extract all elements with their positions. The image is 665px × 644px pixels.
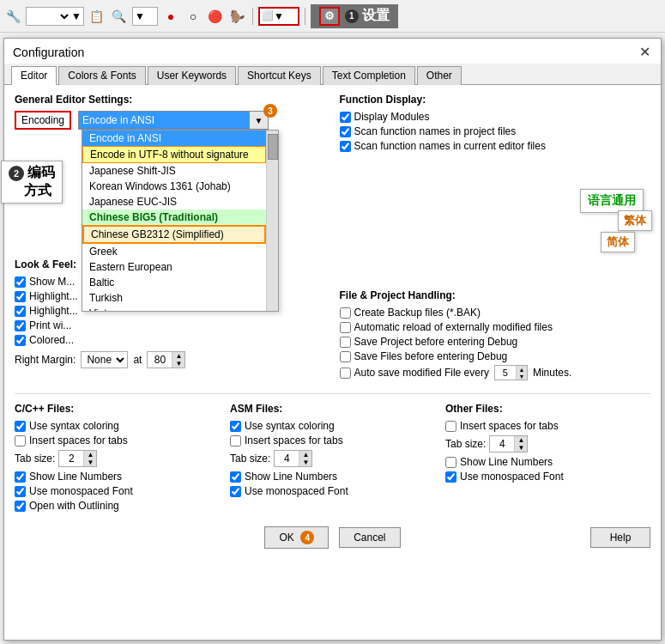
lf-cb-0[interactable] (15, 276, 26, 288)
dropdown-item-8[interactable]: Eastern European (82, 259, 266, 275)
encoding-dropdown[interactable]: Encode in ANSI Encode in UTF-8 without s… (82, 130, 279, 312)
asm-cb-2[interactable] (230, 471, 241, 483)
right-margin-value[interactable] (148, 352, 172, 368)
other-cb-2[interactable] (445, 471, 456, 483)
dropdown3[interactable]: ⬜ ▼ (258, 7, 299, 26)
callout-jianti-text: 简体 (607, 235, 629, 248)
dropdown-item-9[interactable]: Baltic (82, 275, 266, 290)
configuration-dialog: Configuration ✕ Editor Colors & Fonts Us… (3, 38, 662, 641)
right-margin-label: Right Margin: (15, 354, 76, 366)
fp-cb-1[interactable] (340, 322, 351, 333)
spinbox-down[interactable]: ▼ (172, 360, 184, 368)
auto-save-up[interactable]: ▲ (517, 366, 527, 373)
cpp-cb-0[interactable] (15, 421, 26, 432)
icon-search-red[interactable]: 🔍 (110, 7, 129, 26)
fp-cb-2[interactable] (340, 337, 351, 348)
cpp-tabsize-value[interactable] (59, 451, 83, 466)
cpp-cb-1[interactable] (15, 435, 26, 447)
lf-cb-2[interactable] (15, 306, 26, 317)
dropdown-list[interactable]: Encode in ANSI Encode in UTF-8 without s… (82, 131, 266, 311)
other-tabsize-spinbox[interactable]: ▲ ▼ (489, 435, 528, 453)
other-check-0: Insert spaces for tabs (445, 420, 650, 432)
cancel-button[interactable]: Cancel (339, 527, 400, 548)
auto-save-down[interactable]: ▼ (517, 373, 527, 380)
fd-cb-0[interactable] (340, 112, 351, 123)
file-project-section: File & Project Handling: Create Backup f… (340, 289, 651, 380)
tab-other[interactable]: Other (417, 66, 462, 85)
asm-check-3: Use monospaced Font (230, 485, 435, 497)
auto-save-spinbox[interactable]: ▲ ▼ (494, 365, 528, 380)
asm-tabsize-value[interactable] (275, 451, 299, 466)
tab-shortcut-keys[interactable]: Shortcut Keys (238, 66, 321, 85)
right-margin-select[interactable]: None (81, 351, 128, 368)
spinbox-up[interactable]: ▲ (172, 352, 184, 360)
tab-user-keywords[interactable]: User Keywords (148, 66, 236, 85)
ok-button[interactable]: OK 4 (264, 526, 329, 549)
asm-spinbox-up[interactable]: ▲ (299, 451, 311, 459)
cpp-cb-3[interactable] (15, 486, 26, 497)
dropdown-item-0[interactable]: Encode in ANSI (82, 131, 266, 146)
other-cb-0[interactable] (445, 421, 456, 432)
asm-cb-1[interactable] (230, 435, 241, 447)
dropdown-item-4[interactable]: Japanese EUC-JIS (82, 194, 266, 210)
lf-cb-1[interactable] (15, 291, 26, 302)
icon-circle[interactable]: ○ (184, 7, 203, 26)
dropdown-item-11[interactable]: Vietnamese (82, 306, 266, 311)
cpp-spinbox-down[interactable]: ▼ (84, 459, 96, 466)
fd-cb-2[interactable] (340, 141, 351, 152)
fd-label-0: Display Modules (354, 111, 430, 123)
dropdown-item-5[interactable]: Chinese BIG5 (Traditional) (82, 210, 266, 225)
icon-brown[interactable]: 🦫 (228, 7, 247, 26)
dropdown-scrollbar[interactable] (266, 131, 278, 311)
fp-cb-3[interactable] (340, 351, 351, 362)
right-margin-spinbox[interactable]: ▲ ▼ (147, 351, 185, 368)
dropdown1[interactable]: ▼ (26, 7, 84, 26)
dropdown-item-7[interactable]: Greek (82, 244, 266, 259)
tab-editor[interactable]: Editor (11, 66, 57, 85)
cpp-tabsize-spinbox[interactable]: ▲ ▼ (58, 450, 97, 467)
other-spinbox-up[interactable]: ▲ (515, 436, 527, 444)
cpp-label-1: Insert spaces for tabs (29, 434, 128, 447)
icon-copy[interactable]: 📋 (88, 7, 106, 26)
cpp-cb-2[interactable] (15, 471, 26, 483)
callout-bianma: 2 编码 方式 (1, 161, 63, 204)
other-tabsize-value[interactable] (490, 436, 514, 452)
settings-button[interactable]: ⚙ 1 设置 (311, 4, 398, 28)
help-button[interactable]: Help (590, 527, 650, 548)
dropdown-item-1[interactable]: Encode in UTF-8 without signature (82, 146, 266, 163)
sep1 (252, 8, 253, 25)
cpp-spinbox-up[interactable]: ▲ (84, 451, 96, 459)
tab-colors-fonts[interactable]: Colors & Fonts (58, 66, 145, 85)
dropdown-item-2[interactable]: Japanese Shift-JIS (82, 163, 266, 179)
other-tabsize-label: Tab size: (445, 438, 486, 450)
tab-text-completion[interactable]: Text Completion (323, 66, 415, 85)
other-cb-1[interactable] (445, 457, 456, 468)
asm-spinbox-down[interactable]: ▼ (299, 459, 311, 466)
dropdown1-select[interactable] (28, 10, 71, 22)
fd-check-1: Scan function names in project files (340, 125, 651, 137)
asm-tabsize-spinbox[interactable]: ▲ ▼ (274, 450, 312, 467)
asm-check-0: Use syntax coloring (230, 420, 435, 432)
scrollbar-thumb[interactable] (268, 134, 278, 160)
encoding-input[interactable]: Encode in ANSI (78, 111, 250, 130)
dropdown2[interactable]: ▼ (132, 7, 158, 26)
fp-label-4: Auto save modified File every (354, 367, 489, 379)
other-label-2: Use monospaced Font (460, 471, 564, 483)
fp-cb-0[interactable] (340, 307, 351, 319)
icon-red-dot[interactable]: ● (161, 7, 180, 26)
asm-cb-0[interactable] (230, 421, 241, 432)
lf-cb-4[interactable] (15, 335, 26, 346)
cpp-cb-4[interactable] (15, 501, 26, 512)
close-button[interactable]: ✕ (638, 44, 652, 60)
dropdown-item-3[interactable]: Korean Windows 1361 (Johab) (82, 179, 266, 194)
lf-label-0: Show M... (29, 276, 75, 288)
auto-save-value[interactable] (495, 366, 516, 380)
fd-cb-1[interactable] (340, 126, 351, 137)
icon-orange[interactable]: 🔴 (206, 7, 225, 26)
dropdown-item-6[interactable]: Chinese GB2312 (Simplified) (82, 225, 266, 244)
dropdown-item-10[interactable]: Turkish (82, 290, 266, 306)
asm-cb-3[interactable] (230, 486, 241, 497)
fp-cb-4[interactable] (340, 368, 351, 379)
other-spinbox-down[interactable]: ▼ (515, 444, 527, 452)
lf-cb-3[interactable] (15, 320, 26, 331)
